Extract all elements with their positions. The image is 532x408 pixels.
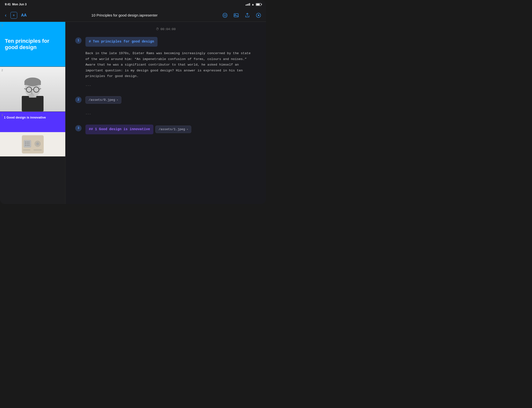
- add-button[interactable]: +: [10, 12, 17, 19]
- section-num-3: 3: [75, 125, 82, 131]
- section-content-1: # Ten principles for good design Back in…: [85, 37, 256, 92]
- svg-point-0: [223, 13, 227, 17]
- svg-line-23: [32, 92, 32, 94]
- heading-1[interactable]: # Ten principles for good design: [85, 37, 158, 47]
- slide3-device: [0, 132, 65, 156]
- status-bar: 9:41 Mon Jun 3 ▲: [0, 0, 266, 9]
- signal-icon: [246, 3, 250, 6]
- svg-point-1: [224, 14, 225, 15]
- section-num-2: 2: [75, 97, 82, 103]
- play-button[interactable]: [255, 12, 262, 19]
- svg-point-28: [28, 142, 29, 143]
- asset-path-2: /assets/1.jpeg: [158, 128, 185, 131]
- svg-rect-38: [23, 149, 30, 151]
- font-size-button[interactable]: AA: [20, 12, 28, 18]
- document-title-text: 10 Principles for good design.iapresente…: [91, 13, 158, 17]
- slide-number-1: 1: [1, 24, 3, 27]
- svg-point-32: [25, 145, 26, 146]
- back-button[interactable]: ‹: [4, 11, 8, 19]
- separator-2: ---: [85, 111, 256, 117]
- asset-button-1[interactable]: /assets/0.jpeg ▾: [85, 96, 121, 104]
- main-content: 1 Ten principles for good design 2: [0, 22, 266, 204]
- svg-point-3: [225, 16, 225, 16]
- svg-point-33: [27, 145, 28, 146]
- document-title: 10 Principles for good design.iapresente…: [31, 13, 218, 17]
- svg-point-5: [226, 15, 226, 16]
- palette-button[interactable]: [221, 12, 229, 19]
- wifi-icon: ▲: [251, 3, 254, 6]
- section-num-1: 1: [75, 37, 82, 44]
- svg-point-26: [25, 142, 26, 143]
- section-1: 1 # Ten principles for good design Back …: [75, 37, 256, 92]
- slide-item-2[interactable]: 2: [0, 67, 65, 112]
- battery-icon: [256, 3, 261, 6]
- timer-display: 00:04:00: [160, 27, 175, 32]
- slide-number-3: 3: [1, 114, 3, 117]
- section-content-2: /assets/0.jpeg ▾ ---: [85, 96, 256, 121]
- toolbar-left: ‹ + AA: [4, 11, 28, 19]
- slide-item-3[interactable]: 3 1 Good design is innovative: [0, 112, 65, 157]
- slide-item-1[interactable]: 1 Ten principles for good design: [0, 22, 65, 67]
- slide-number-2: 2: [1, 69, 3, 72]
- svg-point-22: [29, 94, 34, 97]
- toolbar-right: [221, 12, 262, 19]
- media-button[interactable]: [233, 12, 240, 19]
- svg-point-4: [224, 15, 224, 16]
- chevron-down-icon-2: ▾: [187, 128, 188, 131]
- chevron-down-icon: ▾: [116, 98, 118, 102]
- svg-point-34: [28, 145, 29, 146]
- separator-1: ---: [85, 83, 256, 88]
- slide3-title: 1 Good design is innovative: [4, 116, 46, 120]
- svg-point-29: [25, 143, 26, 144]
- svg-point-30: [27, 143, 28, 144]
- svg-rect-37: [33, 149, 42, 151]
- toolbar: ‹ + AA 10 Principles for good design.iap…: [0, 9, 266, 22]
- slide2-photo: [0, 67, 65, 111]
- asset-button-2[interactable]: /assets/1.jpeg ▾: [155, 126, 191, 133]
- section-2: 2 /assets/0.jpeg ▾ ---: [75, 96, 256, 121]
- slide-panel[interactable]: 1 Ten principles for good design 2: [0, 22, 66, 204]
- svg-marker-9: [258, 14, 260, 16]
- svg-rect-12: [22, 96, 44, 111]
- timer-row: ⏱ 00:04:00: [75, 27, 256, 32]
- svg-point-36: [36, 142, 39, 145]
- svg-point-31: [28, 143, 29, 144]
- asset-path-1: /assets/0.jpeg: [89, 98, 115, 102]
- status-left: 9:41 Mon Jun 3: [5, 3, 26, 6]
- timer-icon: ⏱: [156, 27, 159, 32]
- status-right: ▲: [246, 3, 261, 6]
- svg-rect-6: [234, 14, 238, 17]
- svg-point-2: [225, 14, 226, 15]
- svg-rect-16: [25, 81, 41, 85]
- editor-panel[interactable]: ⏱ 00:04:00 1 # Ten principles for good d…: [66, 22, 266, 204]
- date-display: Mon Jun 3: [12, 3, 26, 6]
- share-button[interactable]: [244, 12, 251, 19]
- subheading-1[interactable]: ## 1 Good design is innovative: [85, 125, 153, 134]
- slide1-title: Ten principles for good design: [5, 38, 60, 51]
- section-content-3: ## 1 Good design is innovative /assets/1…: [85, 125, 256, 138]
- svg-point-27: [27, 142, 28, 143]
- time-display: 9:41: [5, 3, 11, 6]
- section-3: 3 ## 1 Good design is innovative /assets…: [75, 125, 256, 138]
- body-text-1: Back in the late 1970s, Dieter Rams was …: [85, 51, 256, 79]
